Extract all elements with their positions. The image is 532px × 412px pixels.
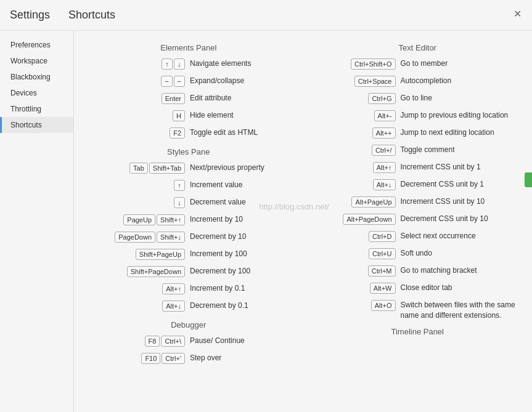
desc-select-next: Select next occurrence	[401, 231, 520, 241]
sidebar-item-devices[interactable]: Devices	[0, 85, 73, 101]
green-indicator	[525, 172, 532, 187]
key-ctrl-quote: Ctrl+'	[162, 353, 185, 364]
shortcut-matching-bracket: Ctrl+M Go to matching bracket	[316, 265, 520, 279]
keys-alt-pagedown: Alt+PageDown	[316, 214, 396, 225]
desc-next-prev: Next/previous property	[190, 163, 291, 173]
key-shift-down: Shift+↓	[157, 232, 185, 243]
key-up2: ↑	[174, 180, 185, 191]
key-pagedown: PageDown	[115, 232, 155, 243]
sidebar-item-preferences[interactable]: Preferences	[0, 37, 73, 53]
key-alt-down-css: Alt+↓	[373, 179, 396, 190]
shortcut-keys-f10: F10 Ctrl+'	[86, 353, 185, 364]
shortcut-inc-01: Alt+↑ Increment by 0.1	[86, 283, 291, 297]
shortcut-dec-css-1: Alt+↓ Decrement CSS unit by 1	[316, 179, 520, 193]
keys-ctrl-d: Ctrl+D	[316, 231, 396, 242]
keys-alt-minus: Alt+-	[316, 110, 396, 121]
shortcut-keys-shift-pagedown: Shift+PageDown	[86, 266, 185, 277]
shortcut-keys-enter: Enter	[86, 93, 185, 104]
keys-alt-pageup: Alt+PageUp	[316, 196, 396, 208]
desc-go-to-member: Go to member	[401, 59, 520, 69]
shortcut-keys-pageup: PageUp Shift+↑	[86, 214, 185, 225]
shortcut-keys-tab: Tab Shift+Tab	[86, 163, 185, 174]
desc-dec-css-1: Decrement CSS unit by 1	[401, 179, 520, 190]
shortcut-inc-css-1: Alt+↑ Increment CSS unit by 1	[316, 162, 520, 176]
desc-jump-next: Jump to next editing location	[401, 127, 520, 138]
keys-ctrl-m: Ctrl+M	[316, 265, 396, 277]
timeline-panel-title: Timeline Panel	[316, 327, 520, 336]
shortcut-dec-10: PageDown Shift+↓ Decrement by 10	[86, 232, 291, 245]
key-h: H	[173, 110, 185, 121]
key-ctrl-backslash: Ctrl+\	[161, 336, 185, 347]
settings-container: Settings Shortcuts ✕ Preferences Workspa…	[0, 0, 532, 412]
key-f10: F10	[141, 353, 160, 364]
desc-edit-attr: Edit attribute	[190, 93, 291, 103]
shortcut-dec-css-10: Alt+PageDown Decrement CSS unit by 10	[316, 214, 520, 227]
shortcut-go-to-member: Ctrl+Shift+O Go to member	[316, 59, 520, 72]
shortcut-jump-next: Alt++ Jump to next editing location	[316, 127, 520, 141]
desc-inc-css-10: Increment CSS unit by 10	[401, 196, 520, 207]
key-alt-down: Alt+↓	[162, 301, 185, 312]
debugger-title: Debugger	[86, 320, 291, 329]
shortcut-decrement: ↓ Decrement value	[86, 197, 291, 211]
key-alt-o: Alt+O	[371, 300, 396, 311]
keys-alt-down-css: Alt+↓	[316, 179, 396, 190]
desc-inc-10: Increment by 10	[190, 214, 291, 225]
key-ctrl-shift-o: Ctrl+Shift+O	[351, 59, 396, 70]
key-ctrl-space: Ctrl+Space	[354, 76, 396, 87]
key-up: ↑	[162, 59, 173, 70]
desc-go-to-line: Go to line	[401, 93, 520, 103]
key-alt-w: Alt+W	[370, 283, 396, 294]
shortcut-keys-down: ↓	[86, 197, 185, 208]
sidebar-item-blackboxing[interactable]: Blackboxing	[0, 69, 73, 85]
desc-dec-01: Decrement by 0.1	[190, 301, 291, 311]
keys-ctrl-space: Ctrl+Space	[316, 76, 396, 87]
key-minus2: −	[174, 76, 185, 87]
shortcut-inc-100: Shift+PageUp Increment by 100	[86, 249, 291, 262]
sidebar-item-throttling[interactable]: Throttling	[0, 101, 73, 117]
desc-inc-01: Increment by 0.1	[190, 283, 291, 294]
sidebar-item-shortcuts[interactable]: Shortcuts	[0, 117, 73, 133]
shortcut-keys-pagedown: PageDown Shift+↓	[86, 232, 185, 243]
shortcut-go-to-line: Ctrl+G Go to line	[316, 93, 520, 107]
desc-increment: Increment value	[190, 180, 291, 190]
key-ctrl-d: Ctrl+D	[369, 231, 395, 242]
shortcut-next-prev-prop: Tab Shift+Tab Next/previous property	[86, 163, 291, 176]
key-alt-plus: Alt++	[372, 127, 396, 139]
shortcut-toggle-comment: Ctrl+/ Toggle comment	[316, 145, 520, 158]
keys-alt-up-css: Alt+↑	[316, 162, 396, 173]
key-pageup: PageUp	[123, 214, 155, 225]
desc-inc-css-1: Increment CSS unit by 1	[401, 162, 520, 172]
shortcut-keys-shift-pageup: Shift+PageUp	[86, 249, 185, 260]
key-alt-pagedown: Alt+PageDown	[343, 214, 395, 225]
key-shift-pagedown: Shift+PageDown	[127, 266, 185, 277]
shortcut-dec-100: Shift+PageDown Decrement by 100	[86, 266, 291, 280]
shortcut-toggle-html: F2 Toggle edit as HTML	[86, 127, 291, 141]
shortcut-edit-attr: Enter Edit attribute	[86, 93, 291, 107]
key-shift-pageup: Shift+PageUp	[136, 249, 185, 260]
keys-alt-plus: Alt++	[316, 127, 396, 139]
keys-ctrl-shift-o: Ctrl+Shift+O	[316, 59, 396, 70]
key-shift-tab: Shift+Tab	[149, 163, 185, 174]
sidebar-item-workspace[interactable]: Workspace	[0, 53, 73, 69]
shortcut-dec-01: Alt+↓ Decrement by 0.1	[86, 301, 291, 314]
desc-dec-css-10: Decrement CSS unit by 10	[401, 214, 520, 224]
shortcut-keys-f2: F2	[86, 127, 185, 139]
shortcut-inc-css-10: Alt+PageUp Increment CSS unit by 10	[316, 196, 520, 210]
header-subtitle: Shortcuts	[68, 9, 115, 22]
desc-inc-100: Increment by 100	[190, 249, 291, 259]
right-column: Text Editor Ctrl+Shift+O Go to member Ct…	[316, 41, 520, 402]
shortcut-switch-files: Alt+O Switch between files with the same…	[316, 300, 520, 321]
key-alt-minus: Alt+-	[374, 110, 396, 121]
close-button[interactable]: ✕	[510, 6, 525, 21]
shortcut-close-tab: Alt+W Close editor tab	[316, 283, 520, 296]
key-down: ↓	[174, 59, 185, 70]
desc-decrement: Decrement value	[190, 197, 291, 208]
key-ctrl-m: Ctrl+M	[368, 265, 396, 277]
header: Settings Shortcuts ✕	[0, 0, 532, 31]
shortcut-keys-alt-up: Alt+↑	[86, 283, 185, 294]
shortcut-increment: ↑ Increment value	[86, 180, 291, 193]
key-shift-up: Shift+↑	[157, 214, 185, 225]
left-column: Elements Panel ↑ ↓ Navigate elements − −…	[86, 41, 291, 402]
desc-step-over: Step over	[190, 353, 291, 363]
shortcut-autocompletion: Ctrl+Space Autocompletion	[316, 76, 520, 89]
